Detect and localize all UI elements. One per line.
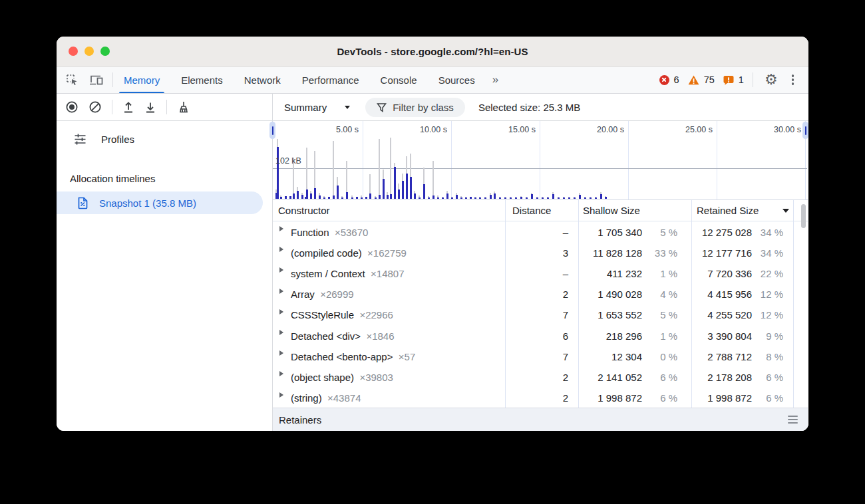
warning-icon[interactable] (688, 75, 699, 85)
instance-count: ×43874 (322, 392, 361, 404)
tab-elements[interactable]: Elements (170, 66, 234, 93)
allocation-bar-live (379, 195, 381, 199)
allocation-bar-live (346, 192, 348, 199)
shallow-size-percent: 6 % (645, 392, 677, 404)
row-expander-icon[interactable] (279, 350, 283, 356)
row-expander-icon[interactable] (279, 289, 283, 294)
sidebar-item-profiles[interactable]: Profiles (57, 126, 272, 152)
resize-grip-icon[interactable] (788, 416, 798, 423)
row-expander-icon[interactable] (279, 330, 283, 335)
allocation-bar-live (314, 188, 316, 199)
column-header-distance[interactable]: Distance (512, 205, 551, 216)
clear-profiles-icon[interactable] (88, 100, 102, 114)
tune-icon (73, 132, 87, 146)
constructor-name: system / Context ×14807 (291, 267, 405, 279)
retainers-bar[interactable]: Retainers (273, 408, 808, 431)
allocation-timelines-section-label: Allocation timelines (70, 173, 155, 184)
timeline-tick-label: 15.00 s (466, 125, 536, 134)
retained-size-cell: 12 275 028 (691, 226, 752, 237)
table-row[interactable]: Function ×53670–1 705 3405 %12 275 02834… (273, 221, 808, 242)
tab-sources-label: Sources (438, 74, 475, 86)
row-expander-icon[interactable] (279, 267, 283, 273)
tab-console-label: Console (381, 74, 417, 86)
selected-size-label: Selected size: 25.3 MB (478, 102, 580, 113)
filter-by-class-input[interactable]: Filter by class (365, 98, 465, 117)
tab-console[interactable]: Console (370, 66, 428, 93)
warning-count[interactable]: 75 (704, 74, 715, 85)
constructor-name: (object shape) ×39803 (291, 371, 393, 382)
size-marker-label: 102 kB (275, 156, 301, 166)
settings-gear-icon[interactable]: ⚙ (765, 72, 778, 87)
table-row[interactable]: (object shape) ×3980322 141 0526 %2 178 … (273, 366, 808, 387)
shallow-size-percent: 5 % (645, 309, 677, 320)
allocation-bar-live (383, 179, 385, 199)
instance-count: ×22966 (354, 309, 393, 320)
allocation-bar-live (419, 197, 421, 199)
retained-size-percent: 12 % (755, 309, 783, 320)
close-window-button[interactable] (69, 47, 78, 56)
retained-size-percent: 6 % (755, 392, 783, 404)
perspective-caret-icon[interactable] (345, 106, 350, 109)
allocation-bar-live (579, 195, 581, 199)
instance-count: ×39803 (354, 371, 393, 382)
device-toolbar-icon[interactable] (89, 74, 104, 86)
tab-memory[interactable]: Memory (113, 66, 170, 93)
kebab-menu-icon[interactable] (786, 74, 799, 84)
timeline-gridline (451, 121, 452, 199)
size-gridline (273, 168, 807, 169)
record-allocation-icon[interactable] (65, 100, 79, 114)
timeline-left-handle[interactable] (269, 122, 275, 139)
table-row[interactable]: Detached <div> ×18466218 2961 %3 390 804… (273, 325, 808, 346)
error-icon[interactable] (659, 75, 669, 85)
tab-sources[interactable]: Sources (428, 66, 486, 93)
allocation-bar-live (406, 174, 408, 199)
allocation-bar-live (301, 195, 303, 199)
row-expander-icon[interactable] (279, 247, 283, 252)
allocation-bar-live (365, 197, 367, 199)
table-row[interactable]: (compiled code) ×162759311 828 12833 %12… (273, 242, 808, 263)
allocation-bar-live (474, 197, 476, 199)
timeline-chart[interactable]: 102 kB 5.00 s10.00 s15.00 s20.00 s25.00 … (273, 121, 808, 199)
perspective-select[interactable]: Summary (284, 102, 327, 113)
fullscreen-window-button[interactable] (100, 47, 110, 56)
timeline-right-handle[interactable] (802, 122, 808, 139)
row-expander-icon[interactable] (279, 226, 283, 231)
row-expander-icon[interactable] (279, 392, 283, 398)
table-row[interactable]: Detached <bento-app> ×57712 3040 %2 788 … (273, 346, 808, 366)
sidebar-item-snapshot-1[interactable]: Snapshot 1 (35.8 MB) (57, 191, 263, 214)
load-profile-icon[interactable] (122, 101, 134, 114)
allocation-bar-live (542, 197, 544, 199)
row-expander-icon[interactable] (279, 371, 283, 376)
column-header-shallow-size[interactable]: Shallow Size (583, 205, 640, 216)
table-row[interactable]: CSSStyleRule ×2296671 653 5525 %4 255 52… (273, 305, 808, 325)
sidebar-item-snapshot-1-label: Snapshot 1 (35.8 MB) (99, 197, 196, 209)
issues-count[interactable]: 1 (739, 74, 744, 85)
table-row[interactable]: system / Context ×14807–411 2321 %7 720 … (273, 263, 808, 283)
retained-size-cell: 4 255 520 (691, 309, 752, 320)
table-row[interactable]: Array ×2699921 490 0284 %4 415 95612 % (273, 284, 808, 305)
save-profile-icon[interactable] (144, 101, 156, 114)
column-header-constructor[interactable]: Constructor (278, 205, 330, 216)
tab-performance[interactable]: Performance (291, 66, 370, 93)
sort-descending-icon[interactable] (782, 209, 789, 213)
clear-all-broom-icon[interactable] (177, 100, 190, 114)
inspect-element-icon[interactable] (65, 73, 79, 86)
tab-memory-label: Memory (124, 74, 160, 86)
allocation-bar-total (390, 138, 391, 199)
devtools-window: DevTools - store.google.com/?hl=en-US (57, 37, 808, 431)
column-header-retained-size[interactable]: Retained Size (697, 205, 759, 216)
grid-scrollbar-thumb[interactable] (801, 204, 806, 228)
minimize-window-button[interactable] (85, 47, 94, 56)
issues-icon[interactable] (723, 75, 734, 85)
allocation-bar-live (563, 197, 565, 199)
table-row[interactable]: (string) ×4387421 998 8726 %1 998 8726 % (273, 388, 808, 408)
sidebar-item-profiles-label: Profiles (101, 134, 134, 145)
allocation-bar-live (297, 191, 299, 199)
more-tabs-icon[interactable]: » (486, 73, 505, 86)
allocation-bar-live (526, 197, 528, 199)
tab-network[interactable]: Network (234, 66, 291, 93)
error-count[interactable]: 6 (674, 74, 679, 85)
allocation-bar-live (515, 197, 517, 199)
row-expander-icon[interactable] (279, 309, 283, 315)
constructor-name: Function ×53670 (291, 226, 368, 237)
